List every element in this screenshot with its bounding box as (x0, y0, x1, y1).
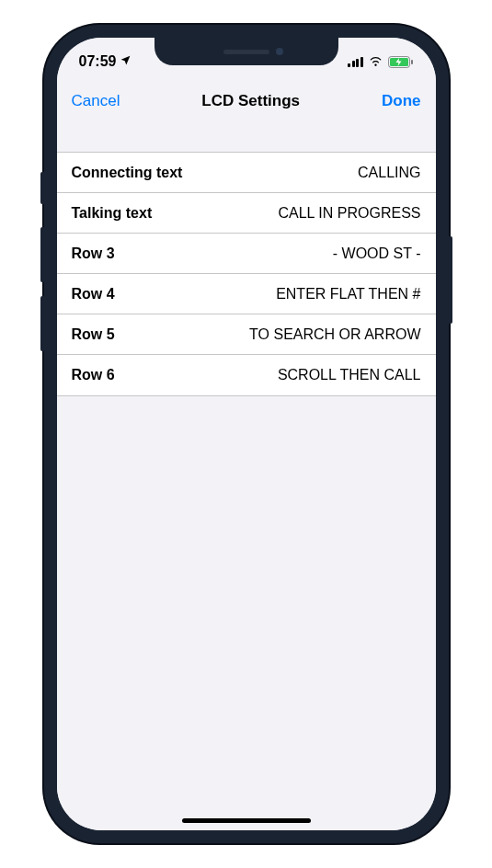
notch-camera (276, 48, 283, 55)
row-label: Row 3 (72, 246, 115, 262)
row-label: Connecting text (72, 165, 183, 181)
phone-frame: 07:59 (44, 25, 449, 843)
phone-mute-switch (40, 172, 44, 204)
table-row-3[interactable]: Row 3 - WOOD ST - (57, 234, 436, 274)
cancel-button[interactable]: Cancel (72, 92, 120, 110)
phone-screen: 07:59 (57, 38, 436, 830)
row-value: TO SEARCH OR ARROW (249, 326, 420, 343)
row-label: Row 5 (72, 326, 115, 343)
row-value: ENTER FLAT THEN # (276, 286, 420, 303)
page-title: LCD Settings (201, 92, 300, 110)
wifi-icon (368, 53, 383, 70)
home-indicator[interactable] (182, 818, 311, 823)
table-row-4[interactable]: Row 4 ENTER FLAT THEN # (57, 274, 436, 314)
row-label: Talking text (72, 205, 153, 222)
row-value: - WOOD ST - (333, 246, 421, 262)
svg-rect-2 (411, 60, 413, 64)
nav-bar: Cancel LCD Settings Done (57, 78, 436, 124)
phone-volume-down (40, 296, 44, 351)
phone-power-button (449, 236, 452, 324)
notch-speaker (223, 50, 269, 54)
phone-volume-up (40, 227, 44, 282)
location-arrow-icon (120, 53, 132, 70)
status-time: 07:59 (79, 53, 117, 70)
status-right (348, 53, 414, 70)
table-row-talking[interactable]: Talking text CALL IN PROGRESS (57, 193, 436, 234)
battery-icon (388, 56, 414, 68)
settings-table: Connecting text CALLING Talking text CAL… (57, 152, 436, 396)
content-area[interactable]: Connecting text CALLING Talking text CAL… (57, 124, 436, 830)
status-left: 07:59 (79, 53, 132, 70)
row-value: CALL IN PROGRESS (278, 205, 420, 222)
row-value: SCROLL THEN CALL (278, 367, 421, 383)
row-label: Row 4 (72, 286, 115, 303)
table-row-6[interactable]: Row 6 SCROLL THEN CALL (57, 355, 436, 395)
table-row-5[interactable]: Row 5 TO SEARCH OR ARROW (57, 314, 436, 355)
table-row-connecting[interactable]: Connecting text CALLING (57, 153, 436, 193)
done-button[interactable]: Done (382, 92, 421, 110)
row-value: CALLING (358, 165, 420, 181)
row-label: Row 6 (72, 367, 115, 383)
phone-notch (154, 38, 338, 65)
signal-icon (348, 57, 363, 67)
